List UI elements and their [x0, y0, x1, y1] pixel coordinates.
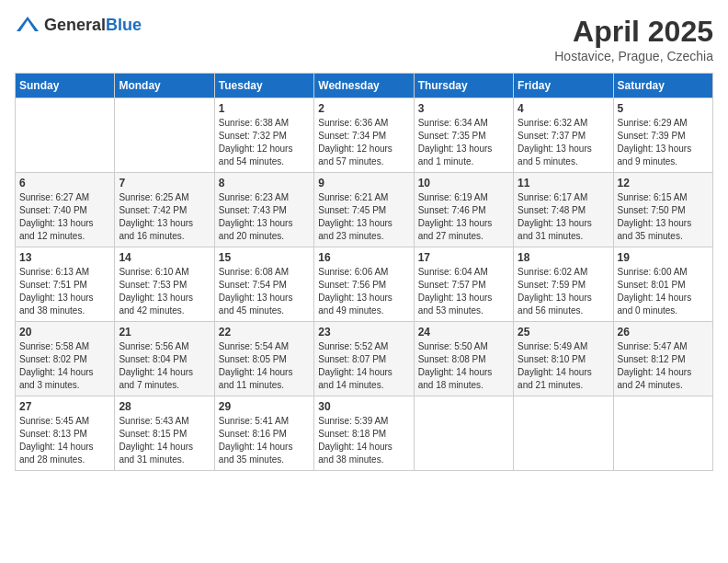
day-number: 28 [119, 400, 210, 413]
cell-w1-d6: 5Sunrise: 6:29 AM Sunset: 7:39 PM Daylig… [613, 98, 712, 173]
cell-w5-d0: 27Sunrise: 5:45 AM Sunset: 8:13 PM Dayli… [16, 396, 115, 471]
cell-w1-d2: 1Sunrise: 6:38 AM Sunset: 7:32 PM Daylig… [214, 98, 313, 173]
cell-w2-d2: 8Sunrise: 6:23 AM Sunset: 7:43 PM Daylig… [214, 173, 313, 247]
title-area: April 2025 Hostavice, Prague, Czechia [554, 15, 713, 63]
day-number: 14 [119, 251, 210, 264]
day-number: 7 [119, 177, 210, 190]
day-number: 19 [618, 251, 709, 264]
header-wednesday: Wednesday [314, 74, 414, 98]
day-number: 6 [19, 177, 110, 190]
day-number: 13 [19, 251, 110, 264]
cell-w3-d3: 16Sunrise: 6:06 AM Sunset: 7:56 PM Dayli… [314, 247, 414, 322]
cell-w5-d3: 30Sunrise: 5:39 AM Sunset: 8:18 PM Dayli… [314, 396, 414, 471]
day-info: Sunrise: 5:50 AM Sunset: 8:08 PM Dayligh… [418, 340, 509, 392]
header: GeneralBlue April 2025 Hostavice, Prague… [15, 15, 713, 63]
day-number: 15 [219, 251, 310, 264]
cell-w2-d3: 9Sunrise: 6:21 AM Sunset: 7:45 PM Daylig… [314, 173, 414, 247]
cell-w1-d5: 4Sunrise: 6:32 AM Sunset: 7:37 PM Daylig… [514, 98, 613, 173]
cell-w1-d1 [115, 98, 214, 173]
day-info: Sunrise: 5:45 AM Sunset: 8:13 PM Dayligh… [19, 415, 110, 466]
day-number: 24 [418, 326, 509, 339]
day-number: 12 [618, 177, 709, 190]
day-info: Sunrise: 5:39 AM Sunset: 8:18 PM Dayligh… [318, 415, 409, 466]
day-info: Sunrise: 6:36 AM Sunset: 7:34 PM Dayligh… [318, 117, 409, 168]
day-info: Sunrise: 6:29 AM Sunset: 7:39 PM Dayligh… [618, 117, 709, 168]
cell-w4-d1: 21Sunrise: 5:56 AM Sunset: 8:04 PM Dayli… [115, 322, 214, 396]
calendar-header: Sunday Monday Tuesday Wednesday Thursday… [16, 74, 713, 98]
day-info: Sunrise: 6:38 AM Sunset: 7:32 PM Dayligh… [219, 117, 310, 168]
cell-w2-d0: 6Sunrise: 6:27 AM Sunset: 7:40 PM Daylig… [16, 173, 115, 247]
day-number: 26 [618, 326, 709, 339]
day-info: Sunrise: 6:10 AM Sunset: 7:53 PM Dayligh… [119, 266, 210, 317]
day-number: 1 [219, 102, 310, 115]
cell-w5-d2: 29Sunrise: 5:41 AM Sunset: 8:16 PM Dayli… [214, 396, 313, 471]
day-number: 8 [219, 177, 310, 190]
week-row-2: 6Sunrise: 6:27 AM Sunset: 7:40 PM Daylig… [16, 173, 713, 247]
cell-w3-d4: 17Sunrise: 6:04 AM Sunset: 7:57 PM Dayli… [414, 247, 513, 322]
header-sunday: Sunday [16, 74, 115, 98]
day-number: 21 [119, 326, 210, 339]
day-info: Sunrise: 6:21 AM Sunset: 7:45 PM Dayligh… [318, 191, 409, 243]
header-monday: Monday [115, 74, 214, 98]
day-number: 30 [318, 400, 409, 413]
day-number: 18 [518, 251, 609, 264]
week-row-5: 27Sunrise: 5:45 AM Sunset: 8:13 PM Dayli… [16, 396, 713, 471]
cell-w4-d5: 25Sunrise: 5:49 AM Sunset: 8:10 PM Dayli… [514, 322, 613, 396]
day-number: 5 [618, 102, 709, 115]
cell-w3-d2: 15Sunrise: 6:08 AM Sunset: 7:54 PM Dayli… [214, 247, 313, 322]
day-number: 22 [219, 326, 310, 339]
calendar-body: 1Sunrise: 6:38 AM Sunset: 7:32 PM Daylig… [16, 98, 713, 471]
day-info: Sunrise: 5:43 AM Sunset: 8:15 PM Dayligh… [119, 415, 210, 466]
day-info: Sunrise: 6:25 AM Sunset: 7:42 PM Dayligh… [119, 191, 210, 243]
day-info: Sunrise: 6:19 AM Sunset: 7:46 PM Dayligh… [418, 191, 509, 243]
logo-text: GeneralBlue [44, 16, 142, 35]
header-thursday: Thursday [414, 74, 513, 98]
calendar-table: Sunday Monday Tuesday Wednesday Thursday… [15, 73, 713, 471]
header-friday: Friday [514, 74, 613, 98]
day-number: 16 [318, 251, 409, 264]
logo: GeneralBlue [15, 15, 142, 35]
cell-w2-d6: 12Sunrise: 6:15 AM Sunset: 7:50 PM Dayli… [613, 173, 712, 247]
day-info: Sunrise: 5:41 AM Sunset: 8:16 PM Dayligh… [219, 415, 310, 466]
day-number: 9 [318, 177, 409, 190]
logo-general: General [44, 16, 106, 34]
cell-w3-d0: 13Sunrise: 6:13 AM Sunset: 7:51 PM Dayli… [16, 247, 115, 322]
week-row-3: 13Sunrise: 6:13 AM Sunset: 7:51 PM Dayli… [16, 247, 713, 322]
day-info: Sunrise: 6:00 AM Sunset: 8:01 PM Dayligh… [618, 266, 709, 317]
day-info: Sunrise: 6:02 AM Sunset: 7:59 PM Dayligh… [518, 266, 609, 317]
cell-w1-d3: 2Sunrise: 6:36 AM Sunset: 7:34 PM Daylig… [314, 98, 414, 173]
day-number: 3 [418, 102, 509, 115]
day-number: 27 [19, 400, 110, 413]
day-info: Sunrise: 5:47 AM Sunset: 8:12 PM Dayligh… [618, 340, 709, 392]
header-tuesday: Tuesday [214, 74, 313, 98]
cell-w4-d4: 24Sunrise: 5:50 AM Sunset: 8:08 PM Dayli… [414, 322, 513, 396]
day-number: 29 [219, 400, 310, 413]
day-info: Sunrise: 6:13 AM Sunset: 7:51 PM Dayligh… [19, 266, 110, 317]
day-info: Sunrise: 5:49 AM Sunset: 8:10 PM Dayligh… [518, 340, 609, 392]
day-info: Sunrise: 5:52 AM Sunset: 8:07 PM Dayligh… [318, 340, 409, 392]
cell-w4-d6: 26Sunrise: 5:47 AM Sunset: 8:12 PM Dayli… [613, 322, 712, 396]
cell-w3-d1: 14Sunrise: 6:10 AM Sunset: 7:53 PM Dayli… [115, 247, 214, 322]
cell-w4-d2: 22Sunrise: 5:54 AM Sunset: 8:05 PM Dayli… [214, 322, 313, 396]
day-number: 17 [418, 251, 509, 264]
week-row-4: 20Sunrise: 5:58 AM Sunset: 8:02 PM Dayli… [16, 322, 713, 396]
cell-w5-d6 [613, 396, 712, 471]
cell-w5-d5 [514, 396, 613, 471]
week-row-1: 1Sunrise: 6:38 AM Sunset: 7:32 PM Daylig… [16, 98, 713, 173]
cell-w3-d6: 19Sunrise: 6:00 AM Sunset: 8:01 PM Dayli… [613, 247, 712, 322]
day-number: 11 [518, 177, 609, 190]
day-info: Sunrise: 5:58 AM Sunset: 8:02 PM Dayligh… [19, 340, 110, 392]
day-info: Sunrise: 6:08 AM Sunset: 7:54 PM Dayligh… [219, 266, 310, 317]
day-info: Sunrise: 5:54 AM Sunset: 8:05 PM Dayligh… [219, 340, 310, 392]
day-info: Sunrise: 6:06 AM Sunset: 7:56 PM Dayligh… [318, 266, 409, 317]
cell-w5-d4 [414, 396, 513, 471]
main-title: April 2025 [554, 15, 713, 49]
cell-w2-d4: 10Sunrise: 6:19 AM Sunset: 7:46 PM Dayli… [414, 173, 513, 247]
day-number: 4 [518, 102, 609, 115]
day-info: Sunrise: 6:04 AM Sunset: 7:57 PM Dayligh… [418, 266, 509, 317]
day-number: 25 [518, 326, 609, 339]
day-info: Sunrise: 6:32 AM Sunset: 7:37 PM Dayligh… [518, 117, 609, 168]
day-number: 23 [318, 326, 409, 339]
cell-w4-d3: 23Sunrise: 5:52 AM Sunset: 8:07 PM Dayli… [314, 322, 414, 396]
day-info: Sunrise: 6:15 AM Sunset: 7:50 PM Dayligh… [618, 191, 709, 243]
